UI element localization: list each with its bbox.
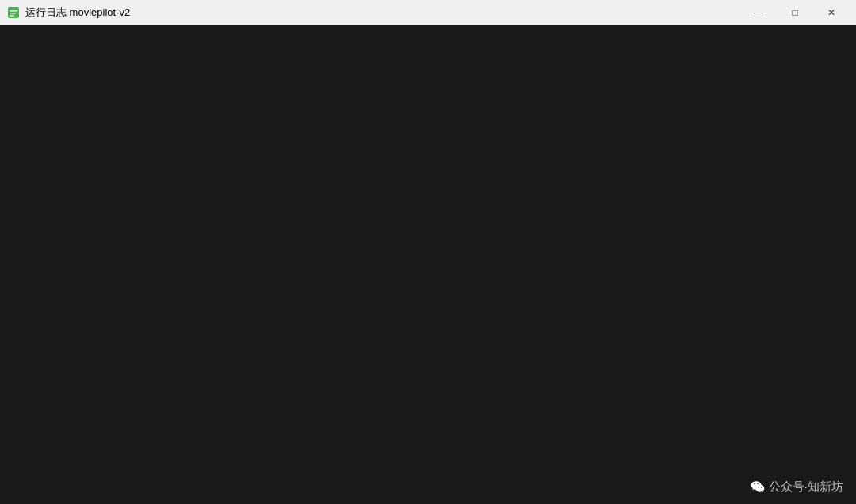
app-icon	[6, 6, 21, 20]
maximize-button[interactable]: □	[777, 0, 813, 25]
svg-rect-2	[10, 13, 16, 14]
title-bar: 运行日志 moviepilot-v2 — □ ✕	[0, 0, 856, 25]
watermark-text: 公众号·知新坊	[769, 479, 843, 494]
close-button[interactable]: ✕	[813, 0, 850, 25]
terminal	[0, 25, 856, 35]
svg-rect-1	[10, 10, 17, 12]
terminal-wrapper: 公众号·知新坊	[0, 25, 856, 504]
watermark: 公众号·知新坊	[750, 479, 843, 494]
main-window: 运行日志 moviepilot-v2 — □ ✕ 公众号·知新坊	[0, 0, 856, 504]
svg-rect-3	[10, 15, 14, 17]
window-title: 运行日志 moviepilot-v2	[25, 6, 740, 20]
window-controls: — □ ✕	[740, 0, 850, 25]
minimize-button[interactable]: —	[740, 0, 777, 25]
